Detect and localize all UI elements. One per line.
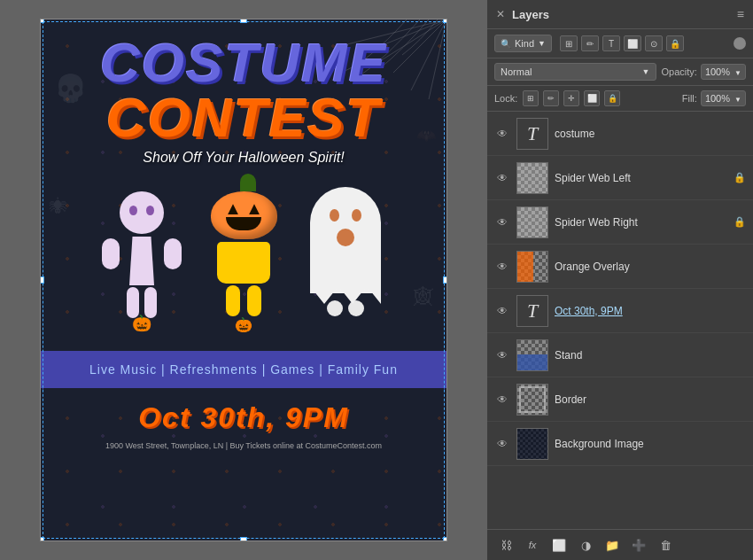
layer-thumb-costume: T: [516, 118, 548, 150]
poster-date: Oct 30th, 9PM: [138, 401, 349, 434]
handle-top-right[interactable]: [443, 19, 447, 23]
filter-shape-btn[interactable]: ⬜: [624, 35, 641, 51]
fx-btn[interactable]: fx: [523, 535, 542, 555]
character-ghost: [301, 187, 390, 333]
poster[interactable]: 💀 🕷 🕸 🦇 COSTUME CONTEST Show Off Your Ha…: [40, 19, 447, 541]
ghost-body: [310, 187, 381, 293]
adjustment-btn[interactable]: ◑: [576, 535, 595, 555]
panel-menu-icon[interactable]: ≡: [737, 7, 744, 21]
filter-pixel-btn[interactable]: ⊞: [560, 35, 578, 51]
blend-opacity-row: Normal ▼ Opacity: 100% ▼: [487, 58, 753, 86]
poster-content: COSTUME CONTEST Show Off Your Halloween …: [41, 19, 446, 541]
pumpkin-body: [217, 242, 270, 284]
ghost-foot-left: [327, 300, 343, 316]
character-pumpkin: 🎃: [195, 174, 292, 333]
layer-visibility-spider-web-right[interactable]: 👁: [494, 216, 510, 229]
blend-mode-label: Normal: [501, 66, 532, 77]
filter-brush-btn[interactable]: ✏: [581, 35, 599, 51]
blend-mode-select[interactable]: Normal ▼: [494, 63, 656, 81]
handle-top-center[interactable]: [240, 19, 247, 23]
filter-icons: ⊞ ✏ T ⬜ ⊙ 🔒: [560, 35, 684, 51]
ribbon-text: Live Music | Refreshments | Games | Fami…: [89, 362, 398, 377]
layer-item-orange-overlay[interactable]: 👁 Orange Overlay: [487, 245, 753, 289]
filter-indicator: [734, 37, 746, 50]
layer-item-spider-web-right[interactable]: 👁 Spider Web Right 🔒: [487, 200, 753, 245]
layer-thumb-stand: [516, 339, 548, 371]
layer-name-stand: Stand: [555, 349, 746, 362]
layer-name-border: Border: [555, 393, 746, 406]
layer-item-stand[interactable]: 👁 Stand: [487, 333, 753, 377]
layer-item-spider-web-left[interactable]: 👁 Spider Web Left 🔒: [487, 156, 753, 200]
lock-all-btn[interactable]: 🔒: [604, 90, 620, 106]
layer-lock-icon-spider-web-left: 🔒: [734, 172, 746, 183]
handle-bottom-left[interactable]: [40, 537, 44, 541]
ribbon-banner: Live Music | Refreshments | Games | Fami…: [41, 351, 446, 388]
new-layer-btn[interactable]: ➕: [629, 535, 648, 555]
handle-mid-right[interactable]: [443, 276, 447, 284]
layer-visibility-costume[interactable]: 👁: [494, 128, 510, 140]
handle-bottom-right[interactable]: [443, 537, 447, 541]
lock-pixels-btn[interactable]: ⊞: [523, 90, 539, 106]
pumpkin-face: [226, 204, 261, 230]
layer-visibility-spider-web-left[interactable]: 👁: [494, 172, 510, 184]
lock-artboard-btn[interactable]: ⬜: [584, 90, 600, 106]
delete-layer-btn[interactable]: 🗑: [656, 535, 675, 555]
ghost-feet: [327, 300, 364, 316]
pumpkin-eyes: [228, 204, 260, 214]
mask-btn[interactable]: ⬜: [549, 535, 569, 555]
filter-kind-label: Kind: [515, 38, 534, 49]
poster-subtitle: Show Off Your Halloween Spirit!: [100, 151, 387, 165]
filter-text-btn[interactable]: T: [602, 35, 620, 51]
layer-item-background-image[interactable]: 👁 Background Image: [487, 422, 753, 466]
group-btn[interactable]: 📁: [602, 535, 622, 555]
link-layers-btn[interactable]: ⛓: [496, 535, 516, 555]
filter-kind-select[interactable]: 🔍 Kind ▼: [494, 35, 552, 52]
fill-input[interactable]: 100% ▼: [701, 90, 746, 106]
skeleton-eyes: [129, 206, 154, 215]
poster-address: 1900 West Street, Townplace, LN | Buy Ti…: [97, 441, 391, 450]
layer-visibility-orange-overlay[interactable]: 👁: [494, 261, 510, 273]
layer-text-icon-2: T: [527, 299, 538, 323]
layer-visibility-stand[interactable]: 👁: [494, 349, 510, 362]
filter-smart-btn[interactable]: ⊙: [645, 35, 663, 51]
layer-item-border[interactable]: 👁 Border: [487, 377, 753, 422]
lock-move-btn[interactable]: ✛: [563, 90, 579, 106]
layer-lock-icon-spider-web-right: 🔒: [734, 216, 746, 228]
opacity-input[interactable]: 100% ▼: [701, 64, 746, 80]
handle-mid-left[interactable]: [40, 276, 44, 284]
title-area: COSTUME CONTEST Show Off Your Halloween …: [100, 35, 387, 165]
title-costume: COSTUME: [100, 35, 387, 90]
pumpkin-mouth: [226, 217, 261, 230]
filter-lock-btn[interactable]: 🔒: [666, 35, 684, 51]
skeleton-torso-area: [102, 234, 182, 285]
panel-close-icon[interactable]: ✕: [496, 8, 505, 20]
lock-fill-row: Lock: ⊞ ✏ ✛ ⬜ 🔒 Fill: 100% ▼: [487, 86, 753, 112]
pumpkin-head: [211, 191, 277, 240]
layer-thumb-oct-date: T: [516, 295, 548, 327]
pumpkin-bucket: 🎃: [235, 316, 252, 333]
layer-item-costume[interactable]: 👁 T costume: [487, 112, 753, 156]
pumpkin-leaf: [240, 174, 256, 191]
panel-header: ✕ Layers ≡: [487, 0, 753, 29]
pumpkin-leg-right: [247, 285, 261, 316]
handle-top-left[interactable]: [40, 19, 44, 23]
layer-name-spider-web-right: Spider Web Right: [555, 216, 727, 229]
lock-art-btn[interactable]: ✏: [543, 90, 559, 106]
layer-thumb-orange-overlay: [516, 251, 548, 283]
skeleton-arm-left: [102, 238, 120, 269]
layer-thumb-orange: [517, 252, 533, 282]
search-icon: 🔍: [501, 39, 511, 49]
layer-visibility-border[interactable]: 👁: [494, 393, 510, 406]
skeleton-eye-left: [129, 206, 137, 215]
ghost-eye-left: [330, 209, 339, 222]
pumpkin-legs: [226, 285, 261, 316]
layer-thumb-spider-web-right: [516, 206, 548, 238]
layers-panel: ✕ Layers ≡ 🔍 Kind ▼ ⊞ ✏ T ⬜ ⊙ 🔒 Normal ▼…: [487, 0, 753, 560]
layer-thumb-spider-web-left: [516, 162, 548, 194]
layer-visibility-background-image[interactable]: 👁: [494, 438, 510, 450]
layer-name-orange-overlay: Orange Overlay: [555, 261, 746, 273]
layer-visibility-oct-date[interactable]: 👁: [494, 305, 510, 317]
layer-thumb-overlay-2: [517, 207, 547, 237]
layer-item-oct-date[interactable]: 👁 T Oct 30th, 9PM: [487, 289, 753, 333]
handle-bottom-center[interactable]: [240, 537, 247, 541]
